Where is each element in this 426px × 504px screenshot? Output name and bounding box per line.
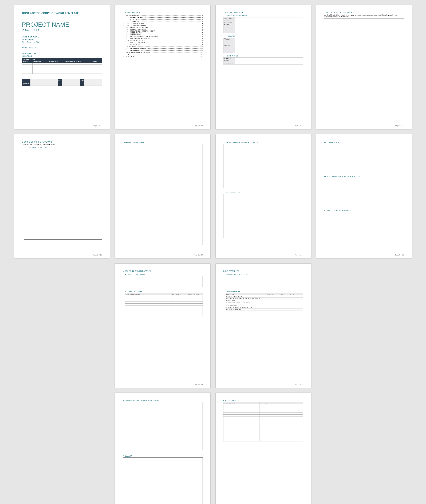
toc-row[interactable]: 5.DELIVERABLES10 xyxy=(123,46,203,47)
approved-by-value[interactable] xyxy=(30,82,57,86)
schedule-overview-box[interactable] xyxy=(125,276,203,287)
attachment-cell[interactable] xyxy=(223,427,259,429)
quality-box[interactable] xyxy=(123,458,203,504)
deliverable-cell[interactable] xyxy=(266,302,280,304)
milestone-cell[interactable] xyxy=(125,299,172,301)
deliverable-cell[interactable] xyxy=(280,300,289,302)
toc-row[interactable]: 3.3PROCUREMENT / EXPEDITING / LOGISTICS7 xyxy=(123,30,203,32)
deliverable-cell[interactable] xyxy=(226,313,266,315)
version-history-cell[interactable] xyxy=(92,68,102,70)
version-history-cell[interactable] xyxy=(22,65,33,66)
milestone-cell[interactable] xyxy=(171,299,187,301)
attachment-cell[interactable] xyxy=(223,410,259,412)
attachment-cell[interactable] xyxy=(259,427,303,429)
attachment-cell[interactable] xyxy=(223,431,259,433)
toc-row[interactable]: 3.1DESIGN AND ENGINEERING5 xyxy=(123,27,203,28)
milestone-cell[interactable] xyxy=(187,314,203,316)
deliverable-cell[interactable] xyxy=(289,311,303,313)
attachment-cell[interactable] xyxy=(223,423,259,425)
milestone-cell[interactable] xyxy=(171,297,187,299)
version-history-cell[interactable] xyxy=(22,70,33,72)
attachment-cell[interactable] xyxy=(259,439,303,441)
version-history-cell[interactable] xyxy=(92,66,102,68)
deliverable-cell[interactable] xyxy=(266,304,280,306)
kv-value[interactable] xyxy=(235,57,303,60)
design-engineering-box[interactable] xyxy=(24,149,102,240)
milestone-cell[interactable] xyxy=(187,301,203,304)
attachment-cell[interactable] xyxy=(259,419,303,421)
attachment-cell[interactable] xyxy=(223,415,259,417)
kv-value[interactable] xyxy=(235,62,303,64)
kv-value[interactable] xyxy=(235,45,303,53)
milestone-cell[interactable] xyxy=(125,308,172,310)
deliverable-cell[interactable] xyxy=(266,308,280,311)
attachment-cell[interactable] xyxy=(223,404,259,406)
version-history-cell[interactable] xyxy=(48,72,65,74)
deliverable-cell[interactable] xyxy=(266,306,280,308)
milestone-cell[interactable] xyxy=(187,295,203,297)
toc-row[interactable]: 3.2PROJECT MANAGEMENT6 xyxy=(123,29,203,30)
kv-value[interactable] xyxy=(235,38,303,41)
deliverable-cell[interactable] xyxy=(289,295,303,298)
toc-row[interactable]: 2.SCOPE OF WORK OVERVIEW4 xyxy=(123,23,203,24)
version-history-cell[interactable] xyxy=(92,72,102,74)
kv-value[interactable] xyxy=(235,60,303,62)
deliverable-cell[interactable] xyxy=(289,300,303,302)
version-history-cell[interactable] xyxy=(22,68,33,70)
toc-row[interactable]: 3.SCOPE OF WORK BREAKDOWN5 xyxy=(123,25,203,26)
version-history-cell[interactable] xyxy=(33,63,48,65)
site-services-box[interactable] xyxy=(324,212,404,240)
version-history-cell[interactable] xyxy=(22,63,33,65)
attachment-cell[interactable] xyxy=(259,412,303,415)
attachment-cell[interactable] xyxy=(259,408,303,410)
version-history-cell[interactable] xyxy=(65,70,92,72)
version-history-cell[interactable] xyxy=(65,63,92,65)
deliverable-cell[interactable] xyxy=(289,302,303,304)
kv-value[interactable] xyxy=(235,41,303,45)
milestone-cell[interactable] xyxy=(171,310,187,312)
deliverable-cell[interactable] xyxy=(280,295,289,298)
milestone-cell[interactable] xyxy=(187,306,203,308)
version-history-cell[interactable] xyxy=(48,66,65,68)
kv-value[interactable] xyxy=(235,20,303,24)
scope-overview-box[interactable] xyxy=(324,18,404,114)
attachment-cell[interactable] xyxy=(223,425,259,427)
milestone-cell[interactable] xyxy=(187,297,203,299)
milestone-cell[interactable] xyxy=(171,304,187,306)
toc-row[interactable]: 1.PROJECT OVERVIEW3 xyxy=(123,15,203,16)
deliverable-cell[interactable] xyxy=(280,313,289,315)
toc-row[interactable]: 1.3THE PARTIES3 xyxy=(123,21,203,22)
version-history-cell[interactable] xyxy=(33,72,48,74)
subcontracting-box[interactable] xyxy=(223,194,303,238)
attachment-cell[interactable] xyxy=(223,439,259,441)
attachment-cell[interactable] xyxy=(259,433,303,435)
attachment-cell[interactable] xyxy=(259,404,303,406)
milestone-cell[interactable] xyxy=(125,314,172,316)
kv-value[interactable] xyxy=(235,24,303,33)
attachment-cell[interactable] xyxy=(223,421,259,423)
deliverable-cell[interactable] xyxy=(280,308,289,311)
deliverable-cell[interactable] xyxy=(289,308,303,311)
deliverable-cell[interactable] xyxy=(266,311,280,313)
milestone-cell[interactable] xyxy=(187,308,203,310)
deliverable-cell[interactable] xyxy=(266,300,280,302)
deliverable-cell[interactable] xyxy=(289,304,303,306)
version-history-cell[interactable] xyxy=(92,70,102,72)
version-history-cell[interactable] xyxy=(33,68,48,70)
version-history-cell[interactable] xyxy=(48,65,65,66)
version-history-cell[interactable] xyxy=(33,70,48,72)
milestone-cell[interactable] xyxy=(125,310,172,312)
milestone-cell[interactable] xyxy=(171,312,187,314)
deliverable-cell[interactable] xyxy=(280,311,289,313)
attachment-cell[interactable] xyxy=(259,421,303,423)
date2-value[interactable] xyxy=(84,82,102,86)
version-history-cell[interactable] xyxy=(33,65,48,66)
milestone-cell[interactable] xyxy=(171,308,187,310)
attachment-cell[interactable] xyxy=(259,406,303,408)
version-history-cell[interactable] xyxy=(22,72,33,74)
toc-row[interactable]: 4.SCHEDULE AND MILESTONES9 xyxy=(123,40,203,42)
date-value[interactable] xyxy=(84,79,102,82)
toc-row[interactable]: 5.2DELIVERABLES10 xyxy=(123,50,203,51)
milestone-cell[interactable] xyxy=(125,295,172,297)
toc-row[interactable]: 3.6PARTY RESPONSIBILITIES AND EXCLUSIONS… xyxy=(123,36,203,38)
